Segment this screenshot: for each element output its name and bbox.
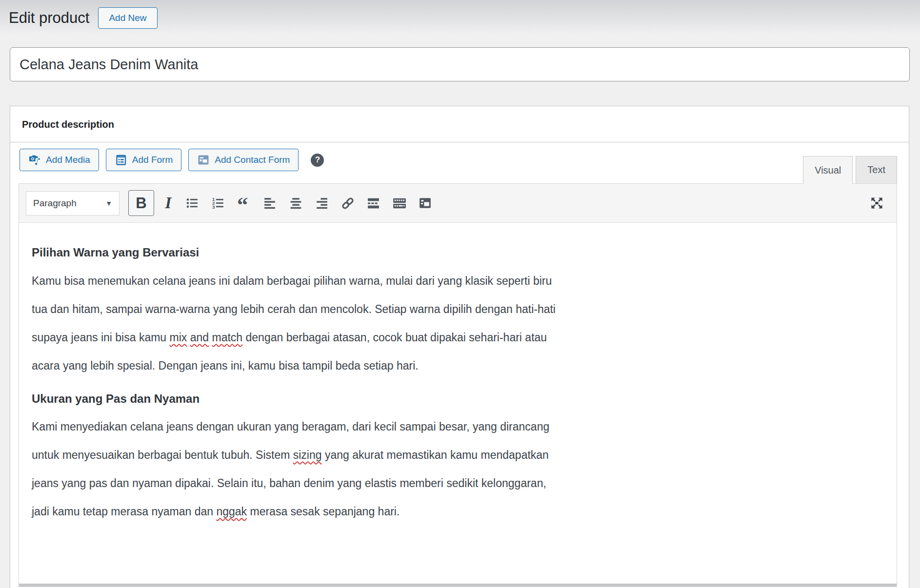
align-right-button[interactable] [309,190,335,216]
read-more-button[interactable] [360,190,386,216]
text-segment: Kami menyediakan celana jeans dengan uku… [32,420,549,433]
align-center-icon [289,196,303,210]
align-left-icon [263,196,277,210]
editor-line: Kami menyediakan celana jeans dengan uku… [32,412,882,441]
bulleted-list-icon [185,196,200,210]
editor-mode-tabs: Visual Text [803,156,897,183]
align-left-button[interactable] [257,190,283,216]
numbered-list-button[interactable]: 1 2 3 [205,190,231,216]
add-media-label: Add Media [46,155,90,165]
blockquote-icon: “ [237,196,252,211]
svg-text:3: 3 [212,204,215,210]
editor-line: untuk menyesuaikan berbagai bentuk tubuh… [32,441,882,469]
camera-music-note-icon [28,154,41,166]
align-center-button[interactable] [283,190,309,216]
content-paragraph: Kami menyediakan celana jeans dengan uku… [32,412,882,526]
editor-container: Paragraph ▼ B I 1 2 [19,183,897,587]
add-contact-form-label: Add Contact Form [215,155,290,165]
editor-line: jeans yang pas dan nyaman dipakai. Selai… [32,469,882,497]
fullscreen-expand-icon [869,196,884,211]
text-segment: untuk menyesuaikan berbagai bentuk tubuh… [32,449,293,461]
add-new-button[interactable]: Add New [98,7,157,29]
link-icon [340,196,355,211]
text-segment: jeans yang pas dan nyaman dipakai. Selai… [32,477,546,490]
fullscreen-button[interactable] [864,190,890,216]
numbered-list-icon: 1 2 3 [211,196,225,210]
bold-button[interactable]: B [128,190,154,216]
editor-line: supaya jeans ini bisa kamu mix and match… [32,323,882,352]
content-heading: Ukuran yang Pas dan Nyaman [32,391,882,407]
bulleted-list-button[interactable] [180,190,205,216]
add-contact-form-button[interactable]: Add Contact Form [188,149,299,171]
text-segment: acara yang lebih spesial. Dengan jeans i… [32,359,419,372]
panel-title: Product description [10,106,909,142]
add-form-button[interactable]: Add Form [106,149,181,171]
text-segment: Kamu bisa menemukan celana jeans ini dal… [32,274,552,287]
paragraph-format-select[interactable]: Paragraph ▼ [26,191,120,216]
text-segment: jadi kamu tetap merasa nyaman dan [32,505,216,518]
content-paragraph: Kamu bisa menemukan celana jeans ini dal… [32,267,882,380]
misspelled-word: mix [170,331,187,344]
blockquote-button[interactable]: “ [231,190,257,216]
tab-text[interactable]: Text [856,156,897,183]
svg-text:“: “ [237,196,248,211]
insert-link-button[interactable] [335,190,360,216]
add-form-label: Add Form [132,155,173,165]
formatting-toolbar: Paragraph ▼ B I 1 2 [19,184,897,223]
text-segment: merasa sesak sepanjang hari. [247,505,400,518]
contact-form-icon [197,154,210,166]
text-segment: yang akurat memastikan kamu mendapatkan [322,449,549,461]
editor-line: jadi kamu tetap merasa nyaman dan nggak … [32,497,882,526]
keyboard-icon [392,196,407,211]
help-icon[interactable]: ? [311,154,324,167]
page-title: Edit product [9,7,89,28]
keyboard-shortcuts-button[interactable] [386,190,412,216]
misspelled-word: nggak [216,505,247,518]
content-heading: Pilihan Warna yang Bervariasi [32,244,882,261]
chevron-down-icon: ▼ [105,199,112,207]
add-media-button[interactable]: Add Media [20,149,99,171]
editor-resize-handle[interactable] [19,584,897,587]
read-more-icon [366,196,380,210]
tab-visual[interactable]: Visual [803,156,853,184]
editor-line: tua dan hitam, sampai warna-warna yang l… [32,295,882,323]
toolbar-toggle-button[interactable] [412,190,438,216]
editor-line: Kamu bisa menemukan celana jeans ini dal… [32,267,882,295]
product-description-panel: Product description Add M [10,106,909,588]
misspelled-word: and [190,331,209,344]
editor-content-area[interactable]: Pilihan Warna yang BervariasiKamu bisa m… [19,223,897,584]
text-segment: dengan berbagai atasan, cocok buat dipak… [242,331,547,344]
editor-line: acara yang lebih spesial. Dengan jeans i… [32,352,882,380]
text-segment: tua dan hitam, sampai warna-warna yang l… [32,303,556,315]
toolbar-toggle-icon [418,196,432,210]
product-title-input[interactable] [10,47,910,81]
italic-button[interactable]: I [157,190,180,216]
align-right-icon [315,196,329,210]
misspelled-word: match [212,331,243,344]
form-clipboard-icon [115,154,127,166]
format-select-value: Paragraph [33,198,77,209]
editor-tools: Add Media Add Form [10,142,909,183]
text-segment: supaya jeans ini bisa kamu [32,331,170,344]
misspelled-word: sizing [293,449,322,461]
media-buttons: Add Media Add Form [20,149,324,171]
page-header: Edit product Add New [0,0,920,29]
